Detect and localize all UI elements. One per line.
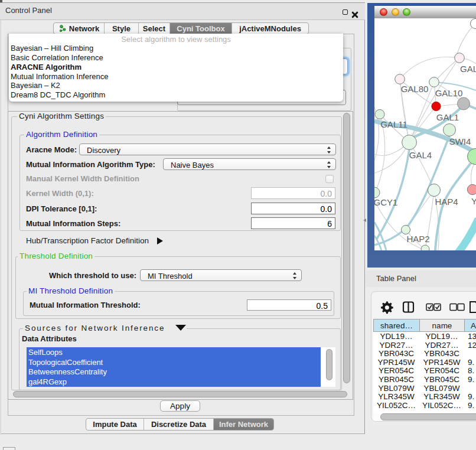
svg-text:HAP2: HAP2 — [406, 234, 429, 244]
svg-text:GAL80: GAL80 — [401, 84, 429, 94]
svg-text:GAL10: GAL10 — [435, 88, 463, 98]
svg-text:GAL1: GAL1 — [436, 112, 459, 122]
svg-text:SWI4: SWI4 — [449, 136, 471, 146]
svg-text:GAL4: GAL4 — [409, 150, 432, 160]
svg-text:GAL80: GAL80 — [460, 64, 476, 74]
svg-text:GCY1: GCY1 — [374, 197, 397, 207]
svg-text:GAL11: GAL11 — [380, 119, 407, 129]
svg-text:Y: Y — [471, 196, 476, 206]
svg-text:HAP4: HAP4 — [435, 197, 458, 207]
